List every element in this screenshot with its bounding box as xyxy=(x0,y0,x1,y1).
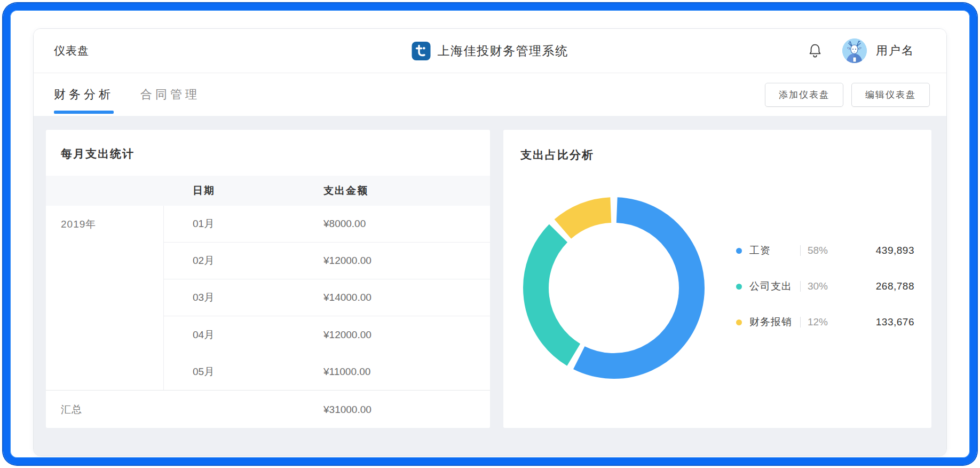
legend-label: 财务报销 xyxy=(749,315,800,329)
content: 每月支出统计 日期 支出金额 2019年 01月 ¥8000.00 xyxy=(34,116,946,456)
notification-bell-icon[interactable] xyxy=(807,42,823,60)
active-tab-underline xyxy=(54,111,114,114)
summary-amount: ¥31000.00 xyxy=(299,404,490,416)
month-cell: 02月 xyxy=(163,254,299,268)
donut-chart[interactable] xyxy=(521,195,707,381)
donut-segment-0[interactable] xyxy=(579,210,692,366)
year-cell: 2019年 xyxy=(46,206,163,243)
app-logo-icon xyxy=(412,42,431,60)
legend-value: 268,788 xyxy=(842,280,914,292)
table-row: 03月 ¥14000.00 xyxy=(46,279,490,316)
page: 仪表盘 上海佳投财务管理系统 xyxy=(0,0,980,468)
app-window: 仪表盘 上海佳投财务管理系统 xyxy=(33,28,947,456)
brand: 上海佳投财务管理系统 xyxy=(412,29,568,73)
add-dashboard-button[interactable]: 添加仪表盘 xyxy=(765,83,843,107)
amount-cell: ¥12000.00 xyxy=(299,255,490,267)
legend-value: 439,893 xyxy=(842,245,914,256)
amount-cell: ¥14000.00 xyxy=(299,292,490,303)
amount-cell: ¥8000.00 xyxy=(299,218,490,230)
legend-item-salary[interactable]: 工资 58% 439,893 xyxy=(736,240,914,261)
page-title: 仪表盘 xyxy=(54,43,89,58)
user-avatar[interactable] xyxy=(842,38,867,63)
legend-label: 工资 xyxy=(749,244,800,258)
legend-dot-icon xyxy=(736,319,742,325)
tab-financial-analysis[interactable]: 财务分析 xyxy=(54,73,114,116)
header: 仪表盘 上海佳投财务管理系统 xyxy=(34,29,946,73)
table-row: 02月 ¥12000.00 xyxy=(46,243,490,279)
legend-separator xyxy=(800,317,801,327)
month-cell: 03月 xyxy=(163,291,299,305)
month-cell: 05月 xyxy=(163,365,299,379)
header-right: 用户名 xyxy=(807,38,914,63)
legend-percent: 30% xyxy=(808,280,842,292)
table-row: 05月 ¥11000.00 xyxy=(46,353,490,390)
table-row: 04月 ¥12000.00 xyxy=(46,316,490,353)
year-column-divider xyxy=(163,206,164,390)
app-title: 上海佳投财务管理系统 xyxy=(438,43,568,59)
donut-segment-2[interactable] xyxy=(563,210,611,229)
month-cell: 01月 xyxy=(163,217,299,231)
legend-item-company-expense[interactable]: 公司支出 30% 268,788 xyxy=(736,276,914,297)
logo-glyph-icon xyxy=(412,42,431,60)
table-body: 2019年 01月 ¥8000.00 02月 ¥12000.00 xyxy=(46,206,490,390)
summary-row: 汇总 ¥31000.00 xyxy=(46,390,490,428)
legend-percent: 12% xyxy=(808,316,842,328)
tab-contract-management[interactable]: 合同管理 xyxy=(140,73,200,116)
edit-dashboard-button[interactable]: 编辑仪表盘 xyxy=(851,83,930,107)
donut-chart-area xyxy=(521,195,707,381)
ratio-card-title: 支出占比分析 xyxy=(503,130,931,162)
amount-cell: ¥11000.00 xyxy=(299,366,490,378)
legend-percent: 58% xyxy=(808,245,842,256)
table-header-date: 日期 xyxy=(163,184,299,198)
legend-label: 公司支出 xyxy=(749,279,800,293)
legend-dot-icon xyxy=(736,248,742,254)
tab-label: 财务分析 xyxy=(54,87,114,103)
expense-ratio-card: 支出占比分析 工资 58% 439,893 公司支出 xyxy=(503,130,931,428)
donut-segment-1[interactable] xyxy=(536,233,574,355)
legend-separator xyxy=(800,245,801,256)
legend-separator xyxy=(800,281,801,292)
table-header-amount: 支出金额 xyxy=(299,184,490,198)
toolbar: 添加仪表盘 编辑仪表盘 xyxy=(765,83,930,107)
tab-bar: 财务分析 合同管理 添加仪表盘 编辑仪表盘 xyxy=(34,73,946,116)
legend-item-reimbursement[interactable]: 财务报销 12% 133,676 xyxy=(736,311,914,333)
username[interactable]: 用户名 xyxy=(876,43,914,59)
legend-dot-icon xyxy=(736,284,742,290)
expense-card-title: 每月支出统计 xyxy=(46,130,490,176)
legend-value: 133,676 xyxy=(842,316,914,328)
chart-legend: 工资 58% 439,893 公司支出 30% 268,788 xyxy=(736,240,914,347)
tab-label: 合同管理 xyxy=(140,87,200,103)
monthly-expense-card: 每月支出统计 日期 支出金额 2019年 01月 ¥8000.00 xyxy=(46,130,490,428)
month-cell: 04月 xyxy=(163,328,299,342)
table-header-row: 日期 支出金额 xyxy=(46,176,490,206)
summary-label: 汇总 xyxy=(46,403,163,417)
amount-cell: ¥12000.00 xyxy=(299,329,490,341)
table-row: 2019年 01月 ¥8000.00 xyxy=(46,206,490,243)
